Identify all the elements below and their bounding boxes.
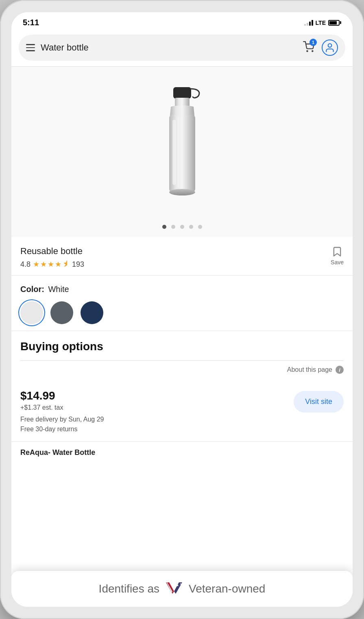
search-actions: 1 xyxy=(296,40,338,56)
returns-policy: Free 30-day returns xyxy=(20,424,294,434)
phone-screen: 5:11 LTE xyxy=(11,12,353,607)
price-section: $14.99 +$1.37 est. tax Free delivery by … xyxy=(20,389,294,434)
dot-5[interactable] xyxy=(198,225,202,229)
delivery-date: Free delivery by Sun, Aug 29 xyxy=(20,415,294,424)
color-swatch-navy[interactable] xyxy=(81,301,103,324)
star-1: ★ xyxy=(33,260,39,269)
search-bar-container: Water bottle 1 xyxy=(11,31,353,66)
dot-3[interactable] xyxy=(180,225,184,229)
color-swatches xyxy=(20,301,344,324)
signal-icon xyxy=(304,20,313,26)
rating-row: 4.8 ★ ★ ★ ★ ⯨ 193 xyxy=(20,260,84,269)
svg-rect-7 xyxy=(172,120,176,185)
rating-number: 4.8 xyxy=(20,260,31,269)
svg-point-0 xyxy=(307,50,307,51)
veteran-prefix: Identifies as xyxy=(99,582,159,595)
color-label: Color: White xyxy=(20,285,344,294)
color-value: White xyxy=(48,285,69,294)
buying-options-section: Buying options About this page i xyxy=(11,331,353,384)
bottle-svg xyxy=(150,83,215,213)
veteran-banner: Identifies as ★ ★ Veteran-owned xyxy=(11,571,353,607)
profile-icon[interactable] xyxy=(322,40,338,56)
product-details: Reusable bottle 4.8 ★ ★ ★ ★ ⯨ 193 xyxy=(20,246,84,269)
svg-rect-8 xyxy=(177,116,179,188)
battery-icon xyxy=(328,20,341,26)
product-image[interactable] xyxy=(137,79,227,217)
menu-icon[interactable] xyxy=(26,44,35,51)
svg-rect-4 xyxy=(175,98,190,107)
buying-options-title: Buying options xyxy=(20,340,344,353)
veteran-logo: ★ ★ xyxy=(164,579,184,599)
product-info: Reusable bottle 4.8 ★ ★ ★ ★ ⯨ 193 xyxy=(11,237,353,276)
cart-badge: 1 xyxy=(310,39,317,46)
carousel-dots xyxy=(162,225,202,229)
save-button[interactable]: Save xyxy=(331,246,344,266)
color-label-text: Color: xyxy=(20,285,44,294)
star-3: ★ xyxy=(48,260,54,269)
status-icons: LTE xyxy=(304,20,341,26)
search-bar[interactable]: Water bottle 1 xyxy=(19,35,345,61)
phone-frame: 5:11 LTE xyxy=(0,0,364,619)
status-time: 5:11 xyxy=(23,18,39,27)
star-2: ★ xyxy=(40,260,47,269)
star-half: ⯨ xyxy=(62,260,70,269)
delivery-info: Free delivery by Sun, Aug 29 Free 30-day… xyxy=(20,415,294,434)
star-4: ★ xyxy=(55,260,61,269)
save-label: Save xyxy=(331,259,344,266)
svg-point-1 xyxy=(312,50,313,51)
svg-text:★: ★ xyxy=(176,584,179,587)
svg-text:★: ★ xyxy=(180,583,182,585)
product-image-section xyxy=(11,67,353,237)
veteran-suffix: Veteran-owned xyxy=(189,582,265,595)
about-page-text: About this page xyxy=(287,366,332,373)
dot-1[interactable] xyxy=(162,225,166,229)
dot-2[interactable] xyxy=(171,225,175,229)
svg-rect-3 xyxy=(173,87,191,99)
visit-site-button[interactable]: Visit site xyxy=(294,391,344,413)
cart-icon[interactable]: 1 xyxy=(303,41,314,54)
price-main: $14.99 xyxy=(20,389,294,402)
svg-point-2 xyxy=(328,44,332,47)
review-count: 193 xyxy=(72,260,84,269)
main-content: Reusable bottle 4.8 ★ ★ ★ ★ ⯨ 193 xyxy=(11,67,353,607)
info-icon[interactable]: i xyxy=(336,366,344,374)
product-listing: $14.99 +$1.37 est. tax Free delivery by … xyxy=(11,384,353,442)
color-swatch-gray[interactable] xyxy=(50,301,73,324)
seller-name: ReAqua- Water Bottle xyxy=(11,442,353,461)
color-section: Color: White xyxy=(11,276,353,331)
product-name: Reusable bottle xyxy=(20,246,84,257)
svg-point-6 xyxy=(169,189,195,195)
price-tax: +$1.37 est. tax xyxy=(20,404,294,411)
color-swatch-white[interactable] xyxy=(20,301,43,324)
dot-4[interactable] xyxy=(189,225,193,229)
veteran-v-logo: ★ ★ xyxy=(164,579,184,599)
lte-indicator: LTE xyxy=(316,20,326,26)
search-query[interactable]: Water bottle xyxy=(41,42,290,53)
status-bar: 5:11 LTE xyxy=(11,12,353,31)
star-rating: ★ ★ ★ ★ ⯨ xyxy=(33,260,70,269)
about-page-row: About this page i xyxy=(20,360,344,374)
